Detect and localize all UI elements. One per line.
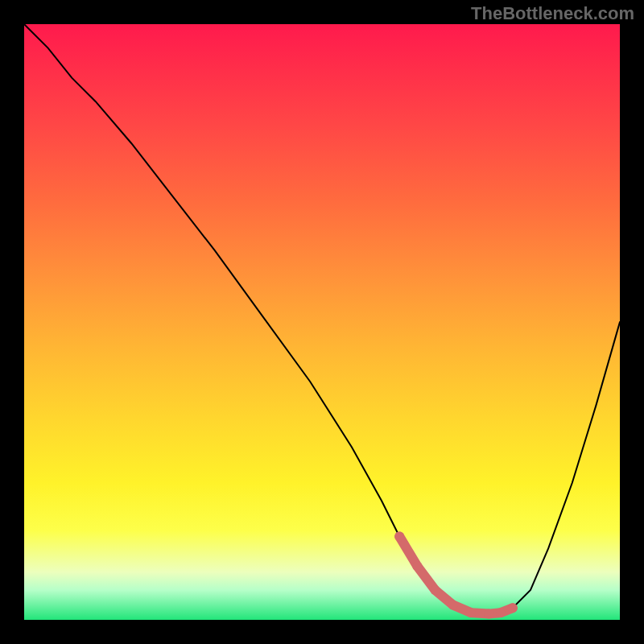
marker-dot	[394, 531, 404, 541]
marker-dot	[466, 608, 476, 617]
marker-dot	[496, 608, 506, 617]
watermark-text: TheBottleneck.com	[471, 3, 634, 24]
marker-dot	[448, 601, 458, 610]
marker-dot	[508, 603, 518, 613]
marker-dot	[484, 609, 493, 619]
plot-area	[24, 24, 620, 620]
curve-svg	[24, 24, 620, 620]
bottleneck-markers	[394, 531, 518, 618]
chart-container: TheBottleneck.com	[0, 0, 644, 644]
bottleneck-curve	[24, 24, 620, 614]
marker-dot	[431, 585, 440, 595]
marker-dot	[412, 561, 422, 571]
